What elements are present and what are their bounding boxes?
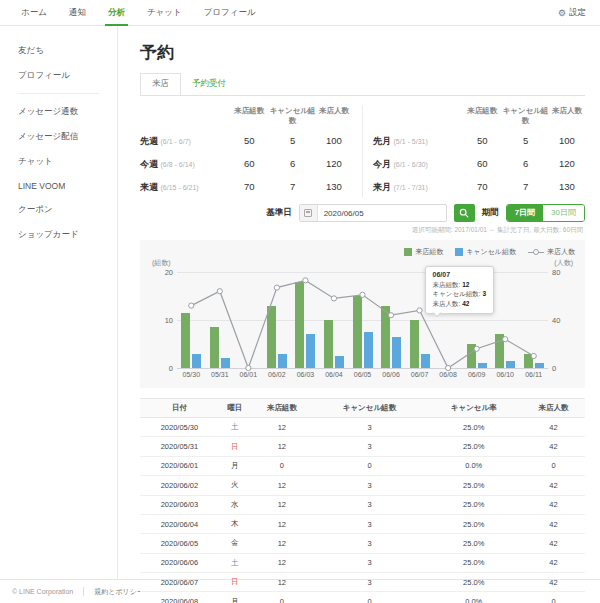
summary-value: 7 [269,176,316,199]
summary-row-range: (6/8 - 6/14) [161,161,195,168]
table-col-header: キャンセル組数 [313,399,425,418]
summary-value: 5 [269,130,316,153]
legend-item-bar: 来店組数 [404,247,443,257]
table-row: 2020/06/04木12325.0%42 [140,514,585,533]
cell-day-of-week: 水 [219,495,251,514]
cell-value: 0 [522,456,585,475]
cell-value: 42 [522,476,585,495]
summary-value: 6 [269,153,316,176]
cell-date: 2020/06/01 [140,456,219,475]
chart-legend: 来店組数キャンセル組数来店人数 [150,247,575,257]
period-30days-button[interactable]: 30日間 [543,205,584,221]
cell-value: 42 [522,514,585,533]
legend-line-marker-icon [528,248,544,256]
nav-item-chat[interactable]: チャット [136,0,193,26]
summary-value: 50 [462,130,502,153]
table-row: 2020/06/01月000.0%0 [140,456,585,475]
summary-value: 50 [229,130,269,153]
cell-value: 3 [313,553,425,572]
cell-value: 42 [522,573,585,592]
cell-value: 0 [313,456,425,475]
summary-col-header: 来店人数 [549,103,585,130]
cell-day-of-week: 火 [219,476,251,495]
cell-value: 12 [250,534,313,553]
cell-date: 2020/05/31 [140,437,219,456]
table-col-header: 来店人数 [522,399,585,418]
table-row: 2020/06/08月000.0%0 [140,592,585,603]
nav-item-profile[interactable]: プロフィール [193,0,267,26]
cell-day-of-week: 土 [219,553,251,572]
summary-value: 100 [316,130,352,153]
cell-value: 42 [522,437,585,456]
settings-label: 設定 [569,7,586,19]
cell-value: 12 [250,553,313,572]
sidebar-item-message-count[interactable]: メッセージ通数 [18,99,117,124]
cell-value: 0.0% [426,456,522,475]
axis-captions: (組数) (人数) [152,258,573,268]
search-button[interactable] [454,204,475,222]
nav-item-home[interactable]: ホーム [10,0,58,26]
cell-day-of-week: 日 [219,437,251,456]
sidebar-item-message-delivery[interactable]: メッセージ配信 [18,124,117,149]
cell-date: 2020/06/06 [140,553,219,572]
base-date-value: 2020/06/05 [318,209,364,218]
summary-value: 5 [502,130,549,153]
summary-value: 130 [549,176,585,199]
sidebar-item-profile[interactable]: プロフィール [18,63,117,88]
reservation-chart: 来店組数キャンセル組数来店人数 (組数) (人数) 010200408005/3… [140,240,585,388]
summary-corner [140,103,229,130]
cell-date: 2020/06/05 [140,534,219,553]
tooltip-value: 42 [462,300,469,307]
cell-value: 25.0% [426,418,522,437]
sidebar-item-coupon[interactable]: クーポン [18,197,117,222]
gear-icon: ⚙ [558,8,566,18]
cell-value: 3 [313,495,425,514]
sidebar-item-friends[interactable]: 友だち [18,38,117,63]
cell-date: 2020/06/08 [140,592,219,603]
table-row: 2020/06/02火12325.0%42 [140,476,585,495]
tab-visit[interactable]: 来店 [140,73,181,96]
sidebar-group: 友だちプロフィール [18,38,117,88]
footer-divider [83,587,84,596]
copyright-text: © LINE Corporation [12,588,73,595]
tab-bar: 来店 予約受付 [140,73,585,96]
period-7days-button[interactable]: 7日間 [507,205,543,221]
cell-value: 12 [250,418,313,437]
cell-date: 2020/06/04 [140,514,219,533]
cell-value: 3 [313,573,425,592]
base-date-input[interactable]: 2020/06/05 [299,204,447,222]
nav-item-notifications[interactable]: 通知 [58,0,97,26]
cell-value: 0 [313,592,425,603]
period-toggle: 7日間 30日間 [506,204,585,222]
summary-row-label: 今週 (6/8 - 6/14) [140,153,229,176]
summary-row-label: 先週 (6/1 - 6/7) [140,130,229,153]
summary-value: 60 [462,153,502,176]
table-header-row: 日付曜日来店組数キャンセル組数キャンセル率来店人数 [140,399,585,418]
cell-value: 12 [250,514,313,533]
cell-day-of-week: 木 [219,514,251,533]
sidebar-item-shop-card[interactable]: ショップカード [18,222,117,247]
sidebar-item-chat[interactable]: チャット [18,149,117,174]
nav-item-analytics[interactable]: 分析 [97,0,136,26]
cell-value: 3 [313,476,425,495]
terms-policy-link[interactable]: 規約とポリシー [94,587,144,597]
sidebar-item-line-voom[interactable]: LINE VOOM [18,174,117,197]
summary-value: 100 [549,130,585,153]
cell-day-of-week: 土 [219,418,251,437]
calendar-icon [300,205,318,221]
settings-link[interactable]: ⚙ 設定 [558,7,586,19]
summary-value: 70 [229,176,269,199]
tab-reservation[interactable]: 予約受付 [181,74,237,95]
period-label: 期間 [482,207,499,219]
legend-swatch-icon [404,248,412,256]
cell-value: 12 [250,495,313,514]
legend-label: キャンセル組数 [466,247,516,257]
legend-label: 来店組数 [415,247,443,257]
top-nav-items: ホーム通知分析チャットプロフィール [10,0,267,26]
summary-value: 7 [502,176,549,199]
summary-value: 60 [229,153,269,176]
main-content: 予約 来店 予約受付 来店組数キャンセル組数来店人数先週 (6/1 - 6/7)… [118,26,600,579]
x-axis-label: 06/11 [517,371,551,378]
tooltip-row: 来店人数: 42 [433,299,487,308]
summary-row-range: (6/15 - 6/21) [161,184,199,191]
